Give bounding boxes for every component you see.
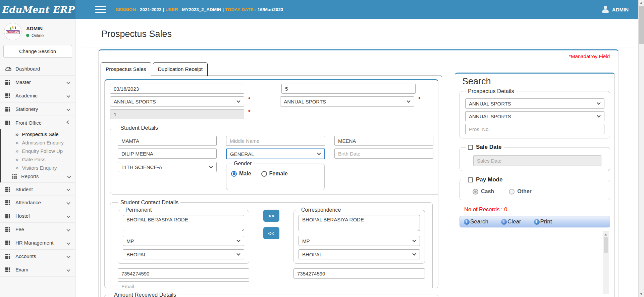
change-session-button[interactable]: Change Session <box>3 45 72 58</box>
female-radio[interactable] <box>261 171 267 177</box>
grid-icon <box>5 213 11 218</box>
sidebar-item-student[interactable]: Student <box>0 182 75 196</box>
sidebar-subitem-enquiry-follow-up[interactable]: Enquiry Follow Up <box>1 147 75 155</box>
print-button[interactable]: Print <box>534 218 552 225</box>
sale-date-checkbox[interactable] <box>468 145 473 150</box>
male-label[interactable]: Male <box>239 171 251 177</box>
chevron-left-icon <box>66 187 70 191</box>
permanent-phone-input[interactable] <box>118 268 249 279</box>
scrollbar-thumb[interactable] <box>639 6 644 44</box>
permanent-address-textarea[interactable]: BHOPAL BERASIYA RODE <box>123 215 244 231</box>
sidebar-item-fee[interactable]: Fee <box>0 223 75 236</box>
email-input[interactable] <box>118 281 249 288</box>
selected-option: ANNUAL SPORTS <box>284 99 326 104</box>
tab-prospectus-sales[interactable]: Prospectus Sales <box>101 62 151 76</box>
chevron-down-icon <box>412 252 416 255</box>
grid-icon <box>5 80 11 85</box>
sidebar-subitem-admission-enquiry[interactable]: Admission Enquiry <box>1 138 75 147</box>
female-label[interactable]: Female <box>269 171 288 177</box>
page-scrollbar[interactable] <box>638 0 644 297</box>
pay-mode-label[interactable]: Pay Mode <box>476 176 502 183</box>
scroll-up-arrow-icon[interactable] <box>640 2 643 4</box>
permanent-state-select[interactable]: MP <box>123 236 244 246</box>
brand-logo[interactable]: EduMent ERP <box>0 0 75 19</box>
search-prospectus-select-bottom[interactable]: ANNUAL SPORTS <box>465 111 604 121</box>
correspondence-city-select[interactable]: BHOPAL <box>299 249 420 259</box>
sidebar-subitem-visitors-enquiry[interactable]: Visitors Enquiry <box>1 164 75 172</box>
sidebar-item-dashboard[interactable]: Dashboard <box>0 62 75 76</box>
other-radio[interactable] <box>509 189 515 195</box>
male-radio[interactable] <box>231 171 237 177</box>
sidebar-item-exam[interactable]: Exam <box>0 263 75 277</box>
scrollbar-thumb[interactable] <box>604 237 608 253</box>
prospectus-type-select-right[interactable]: ANNUAL SPORTS <box>280 96 414 107</box>
sidebar-item-stationery[interactable]: Stationery <box>0 102 75 116</box>
search-pros-no-input[interactable] <box>465 124 604 134</box>
copy-to-correspondence-button[interactable]: >> <box>263 210 279 222</box>
selected-option: BHOPAL <box>126 252 147 257</box>
chevron-down-icon <box>66 120 70 124</box>
hamburger-menu-icon[interactable] <box>95 4 106 15</box>
cash-label[interactable]: Cash <box>481 188 494 195</box>
birth-date-input[interactable] <box>334 148 433 159</box>
avatar-logo-text: EDUMENT <box>6 30 20 34</box>
admin-user-menu[interactable]: ADMIN <box>602 6 629 13</box>
sidebar-item-master[interactable]: Master <box>0 76 75 89</box>
other-label[interactable]: Other <box>517 188 532 195</box>
student-contact-details-fieldset: Student Contact Details Permanent BHOPAL… <box>110 199 433 288</box>
print-button-label: Print <box>540 218 552 225</box>
chevron-left-icon <box>66 201 70 204</box>
last-name-input[interactable] <box>334 136 433 146</box>
chevron-left-icon <box>66 80 70 84</box>
search-prospectus-select-top[interactable]: ANNUAL SPORTS <box>465 98 604 109</box>
tab-duplication-receipt[interactable]: Duplication Receipt <box>153 62 208 76</box>
scroll-down-arrow-icon[interactable] <box>640 293 643 295</box>
correspondence-phone-input[interactable] <box>293 268 425 279</box>
first-name-input[interactable] <box>118 136 217 146</box>
pay-mode-checkbox[interactable] <box>468 177 473 182</box>
separator: | <box>163 7 164 12</box>
scroll-up-arrow-icon[interactable] <box>604 234 607 236</box>
tab-strip: Prospectus Sales Duplication Receipt <box>101 62 208 76</box>
page-title: Prospectus Sales <box>101 29 172 39</box>
sale-date-label[interactable]: Sale Date <box>476 144 502 151</box>
search-button[interactable]: Search <box>464 218 488 225</box>
sidebar-item-academic[interactable]: Academic <box>0 89 75 102</box>
copy-to-permanent-button[interactable]: << <box>263 227 279 239</box>
amount-received-details-legend: Amount Received Details <box>112 292 178 297</box>
category-select[interactable]: GENERAL <box>226 148 325 159</box>
sidebar-subitem-prospectus-sale[interactable]: Prospectus Sale <box>1 130 75 138</box>
permanent-city-select[interactable]: BHOPAL <box>123 249 244 259</box>
sale-date-input[interactable] <box>110 84 244 94</box>
sidebar-item-label: Student <box>15 186 63 192</box>
sales-date-input[interactable] <box>473 155 601 166</box>
sidebar-item-hr-management[interactable]: HR Management <box>0 236 75 250</box>
correspondence-address-textarea[interactable]: BHOPAL BERASIYA RODE <box>299 215 420 231</box>
prospectus-type-select-left[interactable]: ANNUAL SPORTS <box>110 96 244 107</box>
tab-label: Duplication Receipt <box>158 66 203 72</box>
clear-button[interactable]: Clear <box>501 218 521 225</box>
sidebar-item-accounts[interactable]: Accounts <box>0 250 75 263</box>
sidebar-item-attendance[interactable]: Attendance <box>0 196 75 209</box>
double-arrow-icon <box>15 140 18 145</box>
sidebar-item-front-office[interactable]: Front Office <box>0 116 75 129</box>
grid-icon <box>5 227 11 232</box>
grid-icon <box>5 187 11 192</box>
results-scrollbar[interactable] <box>603 231 609 294</box>
session-label: SESSION : <box>116 7 139 12</box>
student-contact-details-legend: Student Contact Details <box>118 199 180 206</box>
quantity-input[interactable] <box>281 84 416 94</box>
sidebar-subitem-reports[interactable]: Reports <box>1 172 75 180</box>
class-select[interactable]: 11TH SCIENCE-A <box>118 162 217 172</box>
required-marker: * <box>248 96 250 102</box>
search-button-label: Search <box>470 218 488 225</box>
sidebar-item-hostel[interactable]: Hostel <box>0 209 75 223</box>
front-office-submenu: Prospectus Sale Admission Enquiry Enquir… <box>0 129 75 182</box>
pros-no-readonly-input[interactable] <box>110 109 244 119</box>
cash-radio[interactable] <box>473 189 478 195</box>
middle-name-input[interactable] <box>226 136 325 146</box>
father-name-input[interactable] <box>118 148 217 159</box>
sidebar-subitem-gate-pass[interactable]: Gate Pass <box>1 155 75 164</box>
selected-option: ANNUAL SPORTS <box>114 99 156 104</box>
correspondence-state-select[interactable]: MP <box>299 236 420 246</box>
